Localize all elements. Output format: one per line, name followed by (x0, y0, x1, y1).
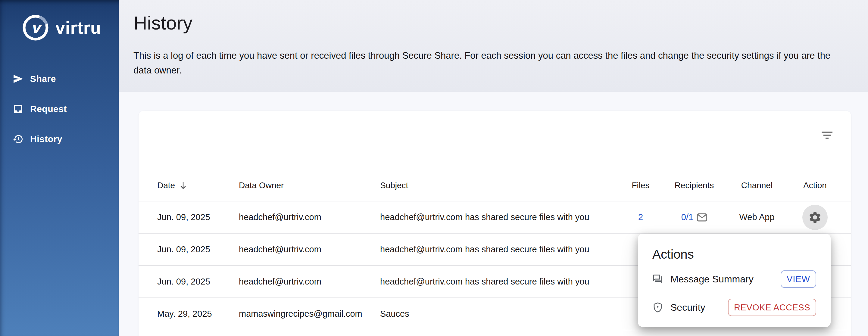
column-header-files[interactable]: Files (621, 181, 660, 190)
cell-date: Jun. 09, 2025 (157, 277, 239, 287)
cell-data-owner: headchef@urtriv.com (239, 244, 380, 255)
page-header (119, 0, 868, 92)
cell-data-owner: headchef@urtriv.com (239, 277, 380, 287)
sidebar: v virtru Share Request History (0, 0, 119, 336)
sidebar-item-request[interactable]: Request (0, 100, 119, 118)
menu-item-message-summary: Message Summary VIEW (652, 270, 816, 288)
sidebar-item-label: Request (30, 104, 67, 114)
sidebar-item-label: Share (30, 74, 56, 84)
cell-channel: Web App (728, 212, 785, 222)
row-actions-button[interactable] (802, 205, 828, 230)
cell-date: Jun. 09, 2025 (157, 244, 239, 255)
sidebar-item-label: History (30, 134, 62, 144)
revoke-access-button[interactable]: REVOKE ACCESS (728, 299, 816, 316)
brand-wordmark: virtru (55, 18, 101, 38)
sidebar-item-history[interactable]: History (0, 130, 119, 148)
cell-subject: headchef@urtriv.com has shared secure fi… (380, 244, 621, 255)
menu-item-security: Security REVOKE ACCESS (652, 299, 816, 316)
table-header-row: Date Data Owner Subject Files Recipients… (138, 170, 851, 201)
column-header-data-owner[interactable]: Data Owner (239, 181, 380, 190)
svg-text:v: v (31, 20, 42, 36)
filter-list-icon (821, 131, 833, 140)
sidebar-item-share[interactable]: Share (0, 70, 119, 88)
table-row: Jun. 09, 2025 headchef@urtriv.com headch… (138, 201, 851, 234)
cell-subject: headchef@urtriv.com has shared secure fi… (380, 277, 621, 287)
cell-subject: headchef@urtriv.com has shared secure fi… (380, 212, 621, 222)
mail-icon (697, 213, 707, 222)
page-description: This is a log of each time you have sent… (133, 48, 847, 78)
cell-data-owner: headchef@urtriv.com (239, 212, 380, 222)
history-icon (13, 134, 24, 144)
column-header-recipients[interactable]: Recipients (660, 181, 728, 190)
inbox-icon (13, 104, 24, 114)
actions-menu: Actions Message Summary VIEW Security RE… (638, 234, 831, 327)
page-title: History (133, 12, 192, 34)
cell-date: Jun. 09, 2025 (157, 212, 239, 222)
filter-button[interactable] (820, 129, 834, 142)
secure-share-app: v virtru Share Request History (0, 0, 868, 336)
virtru-logo: v virtru (22, 14, 101, 41)
cell-subject: Sauces (380, 309, 621, 319)
forum-icon (652, 274, 663, 284)
shield-icon (652, 302, 663, 313)
menu-item-label: Message Summary (671, 274, 753, 285)
cell-date: May. 29, 2025 (157, 309, 239, 319)
column-header-date[interactable]: Date (157, 181, 239, 190)
column-header-channel[interactable]: Channel (728, 181, 785, 190)
send-icon (13, 73, 24, 84)
virtru-circle-logo-icon: v (22, 14, 50, 41)
view-button[interactable]: VIEW (781, 270, 816, 288)
recipients-count-link[interactable]: 0/1 (681, 212, 693, 222)
actions-menu-title: Actions (652, 247, 816, 262)
sort-desc-arrow-icon (179, 181, 187, 190)
column-header-subject[interactable]: Subject (380, 181, 621, 190)
menu-item-label: Security (671, 302, 705, 313)
cell-data-owner: mamaswingrecipes@gmail.com (239, 309, 380, 319)
gear-icon (808, 210, 822, 224)
files-count-link[interactable]: 2 (638, 212, 643, 222)
sidebar-nav: Share Request History (0, 70, 119, 148)
column-header-action[interactable]: Action (785, 181, 844, 190)
